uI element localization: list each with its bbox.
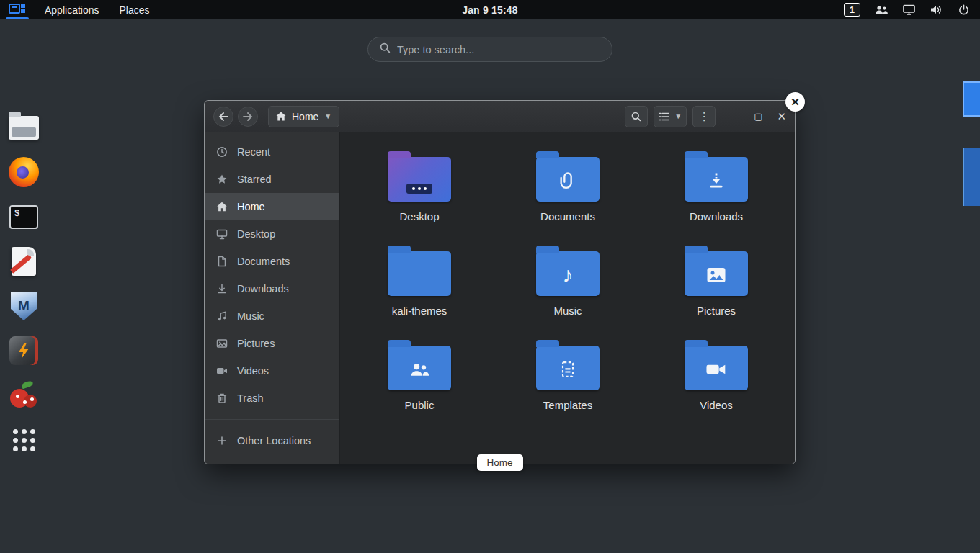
search-button[interactable] <box>625 106 648 127</box>
dock-item-metasploit[interactable]: M <box>7 290 40 322</box>
sidebar-label: Desktop <box>237 228 275 240</box>
dots-emblem <box>388 157 451 202</box>
view-options-caret-icon: ▼ <box>674 112 682 120</box>
panel-status-area: 1 <box>844 3 980 17</box>
window-titlebar[interactable]: Home ▼ ▼ ⋮ — ▢ ✕ <box>205 101 795 132</box>
sidebar-item-recent[interactable]: Recent <box>205 138 339 166</box>
right-edge-window-top[interactable] <box>963 81 980 117</box>
menu-button[interactable]: ⋮ <box>692 106 716 127</box>
folder-tile-documents[interactable]: Documents <box>494 150 642 244</box>
sidebar-item-downloads[interactable]: Downloads <box>205 275 339 302</box>
folder-tile-videos[interactable]: Videos <box>642 338 790 433</box>
firefox-icon <box>9 157 39 187</box>
folder-icon <box>388 346 451 390</box>
folder-name: Pictures <box>697 305 736 317</box>
sidebar-item-home[interactable]: Home <box>205 193 339 220</box>
sidebar-item-other-locations[interactable]: Other Locations <box>205 427 339 454</box>
folder-view[interactable]: Desktop Documents <box>340 132 795 464</box>
back-button[interactable] <box>213 107 233 127</box>
sidebar-divider <box>205 419 339 420</box>
folder-tile-music[interactable]: ♪ Music <box>494 244 642 338</box>
sidebar-label: Other Locations <box>237 435 311 446</box>
sidebar-item-music[interactable]: Music <box>205 302 339 330</box>
list-view-icon <box>659 112 669 121</box>
folder-icon: ♪ <box>536 251 600 296</box>
clock-icon <box>216 146 228 158</box>
power-icon[interactable] <box>957 4 970 17</box>
pathbar-button[interactable]: Home ▼ <box>268 106 339 127</box>
folder-tile-downloads[interactable]: Downloads <box>642 150 790 244</box>
favorites-dock: $_ M <box>7 112 40 456</box>
minimize-button[interactable]: — <box>730 112 739 121</box>
dock-item-firefox[interactable] <box>7 156 40 188</box>
sidebar-label: Trash <box>237 392 264 404</box>
sidebar-item-documents[interactable]: Documents <box>205 248 339 275</box>
metasploit-icon: M <box>11 292 37 320</box>
folder-name: Templates <box>543 399 592 411</box>
terminal-icon: $_ <box>9 205 38 229</box>
status-location-pill: Home <box>476 454 522 471</box>
volume-icon[interactable] <box>930 4 943 17</box>
sidebar-item-desktop[interactable]: Desktop <box>205 220 339 248</box>
close-button[interactable]: ✕ <box>777 111 786 122</box>
right-edge-window-bottom[interactable] <box>963 148 980 206</box>
folder-name: Downloads <box>690 210 743 222</box>
sidebar-item-pictures[interactable]: Pictures <box>205 330 339 357</box>
files-icon <box>9 116 39 140</box>
close-overlay-button[interactable]: ✕ <box>785 92 805 112</box>
app-grid-icon <box>13 429 35 451</box>
titlebar-actions: ▼ ⋮ — ▢ ✕ <box>619 106 786 127</box>
dock-item-cherrytree[interactable] <box>7 379 40 411</box>
folder-name: kali-themes <box>392 305 447 317</box>
folder-tile-public[interactable]: Public <box>345 338 494 433</box>
image-emblem <box>685 251 748 296</box>
download-icon <box>216 283 228 295</box>
sidebar-label: Music <box>237 310 264 322</box>
maximize-button[interactable]: ▢ <box>754 112 762 121</box>
forward-button[interactable] <box>238 107 258 127</box>
folder-icon <box>536 346 600 390</box>
clock[interactable]: Jan 9 15:48 <box>462 4 518 16</box>
search-bar[interactable] <box>368 37 612 62</box>
dock-item-terminal[interactable]: $_ <box>7 201 40 233</box>
workspace-indicator[interactable]: 1 <box>844 3 860 17</box>
paperclip-emblem <box>536 157 600 202</box>
picture-icon <box>216 338 228 349</box>
users-icon[interactable] <box>875 4 888 17</box>
kali-menu-icon[interactable] <box>0 0 35 19</box>
sidebar-item-starred[interactable]: Starred <box>205 166 339 193</box>
folder-tile-templates[interactable]: Templates <box>494 338 642 433</box>
search-input[interactable] <box>397 44 600 55</box>
sidebar-label: Home <box>237 201 265 212</box>
home-icon <box>216 201 228 212</box>
dock-item-app-grid[interactable] <box>7 424 40 456</box>
music-note-emblem: ♪ <box>536 251 600 296</box>
template-emblem <box>536 346 600 390</box>
trash-icon <box>216 392 228 404</box>
dock-item-text-editor[interactable] <box>7 246 40 277</box>
applications-menu[interactable]: Applications <box>35 0 110 19</box>
video-camera-icon <box>216 365 228 377</box>
search-icon <box>380 42 391 56</box>
sidebar-label: Videos <box>237 365 269 377</box>
pathbar-caret-icon: ▼ <box>324 112 331 120</box>
folder-tile-desktop[interactable]: Desktop <box>345 150 494 244</box>
dock-item-files[interactable] <box>7 112 40 143</box>
folder-tile-pictures[interactable]: Pictures <box>642 244 790 338</box>
cherrytree-icon <box>9 380 39 410</box>
view-options-button[interactable]: ▼ <box>654 106 687 127</box>
dock-item-burpsuite[interactable] <box>7 335 40 367</box>
folder-tile-kali-themes[interactable]: kali-themes <box>345 244 494 338</box>
document-icon <box>216 256 228 267</box>
top-panel: Applications Places Jan 9 15:48 1 <box>0 0 980 19</box>
burpsuite-icon <box>9 336 38 365</box>
folder-name: Public <box>405 399 435 411</box>
sidebar-label: Pictures <box>237 338 275 349</box>
places-menu[interactable]: Places <box>110 0 160 19</box>
sidebar-label: Starred <box>237 174 272 185</box>
sidebar-item-videos[interactable]: Videos <box>205 357 339 385</box>
text-editor-icon <box>12 247 36 276</box>
display-icon[interactable] <box>902 4 915 17</box>
sidebar-item-trash[interactable]: Trash <box>205 385 339 412</box>
window-controls: — ▢ ✕ <box>730 111 786 122</box>
